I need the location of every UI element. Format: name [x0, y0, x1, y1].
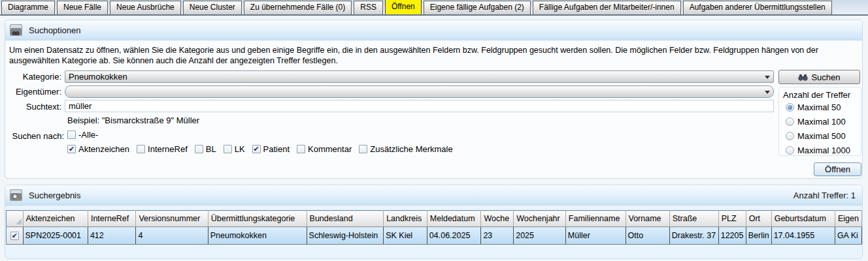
table-cell-plz[interactable]: 12205: [718, 227, 746, 245]
row-checkbox-icon[interactable]: ✔: [10, 232, 19, 240]
column-header-woche[interactable]: Woche: [481, 211, 514, 227]
checkbox-icon: [297, 145, 305, 153]
table-cell-woche[interactable]: 23: [481, 227, 514, 245]
tab-ffnen[interactable]: Öffnen: [385, 0, 422, 14]
table-cell-stra-e[interactable]: Drakestr. 37: [669, 227, 718, 245]
column-header-landkreis[interactable]: Landkreis: [384, 211, 427, 227]
treffer-count: Anzahl Treffer: 1: [793, 191, 856, 200]
search-options-icon: [9, 23, 24, 37]
column-header-bundesland[interactable]: Bundesland: [307, 211, 384, 227]
suchtext-value: müller: [69, 101, 92, 111]
alle-checkbox-row: -Alle-: [67, 130, 105, 142]
column-header-meldedatum[interactable]: Meldedatum: [427, 211, 481, 227]
results-table: AktenzeichenInterneRefVersionsnummerÜber…: [6, 210, 862, 245]
checkbox-aktenzeichen[interactable]: ✔Aktenzeichen: [67, 144, 129, 154]
column-header-aktenzeichen[interactable]: Aktenzeichen: [23, 211, 88, 227]
column-header-geburtsdatum[interactable]: Geburtsdatum: [771, 211, 835, 227]
radio-label: Maximal 100: [797, 117, 846, 127]
radio-label: Maximal 500: [797, 131, 846, 141]
table-cell-aktenzeichen[interactable]: SPN2025-0001: [23, 227, 88, 245]
radio-maximal-1000[interactable]: Maximal 1000: [786, 146, 858, 155]
search-results-panel: Suchergebnis Anzahl Treffer: 1 Aktenzeic…: [5, 185, 863, 259]
checkbox-zus-tzliche-merkmale[interactable]: Zusätzliche Merkmale: [359, 144, 452, 154]
tab-neue-cluster[interactable]: Neue Cluster: [183, 1, 242, 14]
table-cell-bermittlungskategorie[interactable]: Pneumokokken: [208, 227, 307, 245]
table-cell-ort[interactable]: Berlin: [746, 227, 771, 245]
suchtext-label: Suchtext:: [7, 100, 61, 113]
suchtext-input[interactable]: müller: [65, 100, 774, 112]
checkbox-label: BL: [206, 144, 216, 154]
checkbox-interneref[interactable]: InterneRef: [137, 144, 188, 154]
radio-icon: [786, 117, 794, 126]
column-header-ort[interactable]: Ort: [746, 211, 771, 227]
tab-rss[interactable]: RSS: [354, 1, 383, 14]
checkbox-icon: ✔: [67, 145, 76, 153]
oeffnen-button-label: Öffnen: [825, 164, 850, 174]
table-cell-geburtsdatum[interactable]: 17.04.1955: [771, 227, 835, 245]
suchen-button[interactable]: Suchen: [778, 70, 860, 84]
column-header-stra-e[interactable]: Straße: [669, 211, 718, 227]
radio-maximal-500[interactable]: Maximal 500: [786, 131, 858, 141]
radio-maximal-50[interactable]: Maximal 50: [786, 102, 858, 112]
chevron-down-icon: [765, 76, 770, 79]
table-cell-eigen[interactable]: GA Ki: [835, 227, 861, 245]
tab-zu-bernehmende-f-lle-0[interactable]: Zu übernehmende Fälle (0): [244, 1, 352, 14]
tab-eigene-f-llige-aufgaben-2[interactable]: Eigene fällige Aufgaben (2): [424, 1, 531, 14]
checkbox-label: InterneRef: [148, 144, 188, 154]
table-cell-vorname[interactable]: Otto: [626, 227, 669, 245]
checkbox-patient[interactable]: ✔Patient: [252, 144, 290, 154]
oeffnen-button[interactable]: Öffnen: [814, 162, 861, 176]
checkbox-icon: [224, 145, 232, 153]
column-header-wochenjahr[interactable]: Wochenjahr: [514, 211, 566, 227]
suchen-nach-label: Suchen nach:: [7, 130, 64, 142]
column-header-bermittlungskategorie[interactable]: Übermittlungskategorie: [208, 211, 307, 227]
table-cell-versionsnummer[interactable]: 4: [136, 227, 208, 245]
checkbox-kommentar[interactable]: Kommentar: [297, 144, 352, 154]
radio-icon: [786, 132, 794, 140]
tab-diagramme[interactable]: Diagramme: [1, 1, 55, 14]
search-options-panel-header: Suchoptionen: [5, 20, 862, 40]
select-all-header-cell[interactable]: [7, 211, 24, 227]
search-result-icon: [9, 188, 24, 202]
search-options-title: Suchoptionen: [29, 25, 81, 35]
checkbox-label: Aktenzeichen: [78, 144, 129, 154]
column-header-versionsnummer[interactable]: Versionsnummer: [136, 211, 208, 227]
eigentuemer-dropdown[interactable]: [65, 85, 774, 98]
treffer-groupbox: Anzahl der Treffer Maximal 50Maximal 100…: [778, 87, 861, 156]
checkbox-alle[interactable]: -Alle-: [67, 130, 98, 140]
table-cell-bundesland[interactable]: Schleswig-Holstein: [307, 227, 384, 245]
checkbox-icon: [137, 145, 145, 153]
binoculars-icon: [798, 74, 808, 81]
tab-neue-f-lle[interactable]: Neue Fälle: [57, 1, 108, 14]
treffer-radio-list: Maximal 50Maximal 100Maximal 500Maximal …: [782, 102, 858, 155]
column-header-vorname[interactable]: Vorname: [626, 211, 669, 227]
select-all-corner-icon: [16, 219, 22, 224]
table-row[interactable]: ✔SPN2025-00014124PneumokokkenSchleswig-H…: [7, 227, 862, 245]
column-header-interneref[interactable]: InterneRef: [88, 211, 135, 227]
checkbox-lk[interactable]: LK: [224, 144, 245, 154]
survnet-open-screen: { "tab_bar": { "tabs": [ {"label": "Diag…: [0, 0, 868, 261]
results-table-body: ✔SPN2025-00014124PneumokokkenSchleswig-H…: [7, 227, 862, 245]
column-header-familienname[interactable]: Familienname: [565, 211, 626, 227]
checkbox-label: Kommentar: [308, 144, 352, 154]
column-header-eigen[interactable]: Eigen: [835, 211, 861, 227]
suchen-button-label: Suchen: [811, 72, 840, 82]
treffer-group-title: Anzahl der Treffer: [783, 90, 858, 100]
table-cell-meldedatum[interactable]: 04.06.2025: [427, 227, 481, 245]
table-cell-interneref[interactable]: 412: [88, 227, 135, 245]
column-header-plz[interactable]: PLZ: [718, 211, 746, 227]
field-checkbox-row: ✔AktenzeichenInterneRefBLLK✔PatientKomme…: [67, 144, 460, 154]
checkbox-bl[interactable]: BL: [195, 144, 216, 154]
tab-neue-ausbr-che[interactable]: Neue Ausbrüche: [110, 1, 181, 14]
chevron-down-icon: [765, 91, 770, 94]
table-cell-landkreis[interactable]: SK Kiel: [384, 227, 427, 245]
tab-aufgaben-anderer-bermittlungsstellen[interactable]: Aufgaben anderer Übermittlungsstellen: [683, 1, 832, 14]
table-cell-familienname[interactable]: Müller: [565, 227, 626, 245]
radio-maximal-100[interactable]: Maximal 100: [786, 117, 858, 127]
table-cell-wochenjahr[interactable]: 2025: [514, 227, 566, 245]
suchtext-hint: Beispiel: "Bismarckstraße 9" Müller: [67, 115, 199, 125]
row-select-cell[interactable]: ✔: [7, 227, 24, 245]
tab-f-llige-aufgaben-der-mitarbeiter-innen[interactable]: Fällige Aufgaben der Mitarbeiter/-innen: [533, 1, 681, 14]
checkbox-label: Patient: [263, 144, 290, 154]
kategorie-dropdown[interactable]: Pneumokokken: [65, 70, 774, 83]
